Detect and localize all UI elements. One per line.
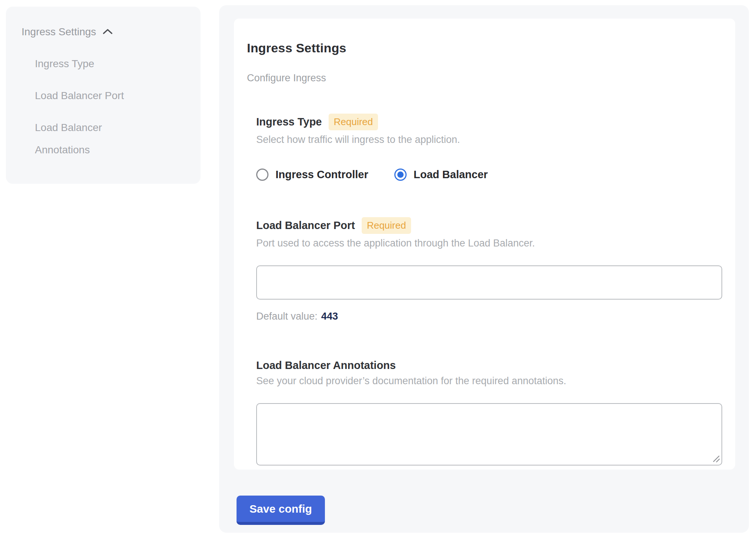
- section-load-balancer-port: Load Balancer Port Required Port used to…: [256, 217, 722, 322]
- sidebar-section-label: Ingress Settings: [22, 21, 96, 43]
- section-title-load-balancer-port: Load Balancer Port: [256, 219, 355, 232]
- default-value-label: Default value:: [256, 311, 317, 322]
- section-description: Select how traffic will ingress to the a…: [256, 134, 722, 146]
- radio-load-balancer[interactable]: Load Balancer: [394, 169, 488, 181]
- page-subtitle: Configure Ingress: [247, 72, 722, 84]
- section-title-load-balancer-annotations: Load Balancer Annotations: [256, 359, 396, 372]
- radio-circle-icon: [394, 169, 407, 181]
- sidebar-item-load-balancer-annotations[interactable]: Load Balancer Annotations: [35, 117, 141, 161]
- section-load-balancer-annotations: Load Balancer Annotations See your cloud…: [256, 359, 722, 466]
- required-badge: Required: [329, 114, 378, 130]
- sidebar-item-load-balancer-port[interactable]: Load Balancer Port: [35, 85, 141, 107]
- main-panel: Ingress Settings Configure Ingress Ingre…: [219, 5, 749, 533]
- ingress-settings-card: Ingress Settings Configure Ingress Ingre…: [234, 19, 735, 470]
- save-config-button[interactable]: Save config: [237, 496, 325, 525]
- radio-circle-icon: [256, 169, 268, 181]
- sidebar-section-ingress-settings[interactable]: Ingress Settings: [22, 21, 186, 43]
- section-ingress-type: Ingress Type Required Select how traffic…: [256, 114, 722, 181]
- chevron-up-icon: [102, 28, 113, 36]
- default-value: 443: [321, 311, 338, 322]
- load-balancer-annotations-textarea[interactable]: [256, 403, 722, 466]
- resize-grip-icon[interactable]: [712, 455, 720, 463]
- section-description: See your cloud provider’s documentation …: [256, 375, 722, 387]
- ingress-type-radio-group: Ingress Controller Load Balancer: [256, 169, 722, 181]
- default-value-line: Default value:443: [256, 311, 722, 322]
- radio-ingress-controller[interactable]: Ingress Controller: [256, 169, 368, 181]
- sidebar-item-list: Ingress Type Load Balancer Port Load Bal…: [22, 53, 186, 161]
- section-description: Port used to access the application thro…: [256, 238, 722, 249]
- load-balancer-port-input[interactable]: [256, 265, 722, 300]
- radio-label: Load Balancer: [414, 169, 488, 181]
- settings-sidebar: Ingress Settings Ingress Type Load Balan…: [6, 7, 201, 184]
- section-title-ingress-type: Ingress Type: [256, 116, 322, 128]
- sidebar-item-ingress-type[interactable]: Ingress Type: [35, 53, 141, 75]
- radio-label: Ingress Controller: [276, 169, 368, 181]
- required-badge: Required: [362, 217, 411, 234]
- page-title: Ingress Settings: [247, 41, 722, 55]
